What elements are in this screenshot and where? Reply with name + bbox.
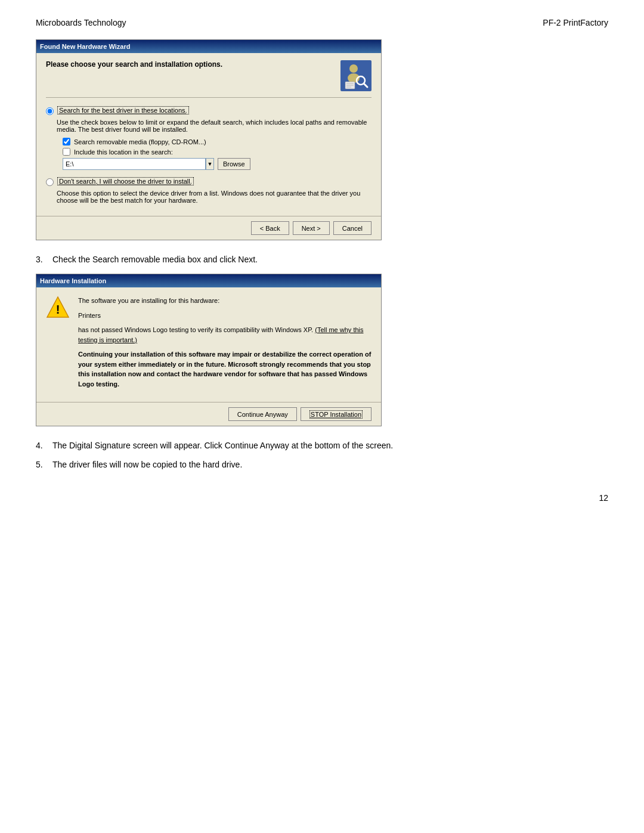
step-5-text: The driver files will now be copied to t…: [52, 460, 242, 469]
stop-installation-button[interactable]: STOP Installation: [301, 407, 371, 421]
page-number: 12: [36, 493, 608, 503]
wizard-title-text: Found New Hardware Wizard: [40, 43, 130, 50]
checkbox-location-label: Include this location in the search:: [74, 148, 173, 156]
step-3: 3. Check the Search removable media box …: [36, 255, 608, 264]
browse-button[interactable]: Browse: [218, 158, 250, 170]
wizard-footer: < Back Next > Cancel: [36, 216, 381, 240]
radio-search-option: Search for the best driver in these loca…: [46, 106, 371, 115]
checkbox-location[interactable]: [63, 148, 70, 156]
hardware-install-dialog: Hardware Installation ! The software you…: [36, 274, 382, 426]
svg-text:!: !: [56, 303, 60, 316]
hw-warning-text: Continuing your installation of this sof…: [78, 349, 371, 389]
hw-install-footer: Continue Anyway STOP Installation: [36, 402, 381, 426]
step-3-text: Check the Search removable media box and…: [52, 255, 258, 264]
hardware-wizard-dialog: Found New Hardware Wizard Please choose …: [36, 39, 382, 240]
hw-install-body: ! The software you are installing for th…: [36, 287, 381, 402]
step-4-number: 4.: [36, 441, 48, 450]
radio-manual-label: Don't search, I will choose the driver t…: [57, 177, 194, 185]
product-name: PF-2 PrintFactory: [543, 18, 608, 27]
page-header: Microboards Technology PF-2 PrintFactory: [36, 18, 608, 27]
hw-line1: The software you are installing for this…: [78, 296, 371, 306]
step-4: 4. The Digital Signature screen will app…: [36, 441, 608, 450]
hw-install-content: ! The software you are installing for th…: [46, 296, 371, 394]
radio-manual-desc: Choose this option to select the device …: [57, 190, 371, 204]
company-name: Microboards Technology: [36, 18, 126, 27]
checkbox-location-row: Include this location in the search:: [63, 148, 371, 156]
radio-manual-input[interactable]: [46, 178, 54, 186]
continue-anyway-button[interactable]: Continue Anyway: [228, 407, 297, 421]
radio-manual-option: Don't search, I will choose the driver t…: [46, 177, 371, 186]
hw-text-block: The software you are installing for this…: [78, 296, 371, 394]
wizard-header-text: Please choose your search and installati…: [46, 60, 222, 69]
back-button[interactable]: < Back: [251, 221, 289, 235]
step-5: 5. The driver files will now be copied t…: [36, 460, 608, 469]
checkbox-removable-label: Search removable media (floppy, CD-ROM..…: [74, 138, 206, 145]
stop-btn-text: STOP Installation: [309, 410, 363, 419]
hw-line2: has not passed Windows Logo testing to v…: [78, 325, 371, 345]
location-input-row: ▼ Browse: [63, 158, 371, 170]
svg-point-1: [349, 64, 358, 73]
checkbox-removable[interactable]: [63, 138, 70, 145]
location-input[interactable]: [63, 158, 206, 170]
step-5-number: 5.: [36, 460, 48, 469]
step-3-number: 3.: [36, 255, 48, 264]
wizard-titlebar: Found New Hardware Wizard: [36, 40, 381, 53]
warning-icon: !: [46, 296, 70, 320]
wizard-header: Please choose your search and installati…: [46, 60, 371, 98]
radio-search-input[interactable]: [46, 107, 54, 115]
location-dropdown-btn[interactable]: ▼: [206, 158, 214, 170]
wizard-body: Please choose your search and installati…: [36, 53, 381, 216]
checkbox-removable-row: Search removable media (floppy, CD-ROM..…: [63, 138, 371, 145]
wizard-icon: [340, 60, 371, 91]
step-4-text: The Digital Signature screen will appear…: [52, 441, 393, 450]
hw-install-titlebar: Hardware Installation: [36, 274, 381, 287]
hw-device: Printers: [78, 311, 371, 321]
radio-search-label: Search for the best driver in these loca…: [57, 106, 189, 114]
next-button[interactable]: Next >: [293, 221, 330, 235]
hw-install-title-text: Hardware Installation: [40, 277, 106, 284]
radio-search-desc: Use the check boxes below to limit or ex…: [57, 119, 371, 133]
cancel-button[interactable]: Cancel: [333, 221, 371, 235]
